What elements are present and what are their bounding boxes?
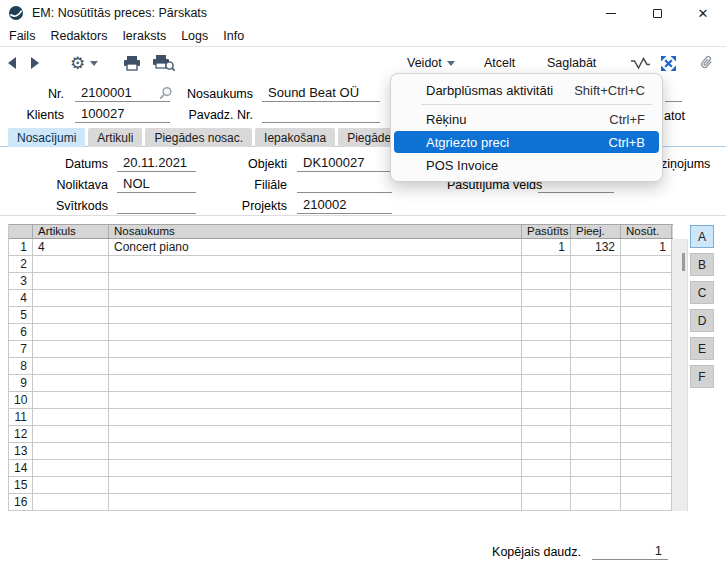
cell-pieej[interactable] — [571, 494, 621, 511]
cell-nosut[interactable] — [621, 426, 672, 443]
flip-button-a[interactable]: A — [690, 225, 714, 248]
cell-nosut[interactable] — [621, 358, 672, 375]
flip-button-f[interactable]: F — [690, 365, 714, 388]
cell-n[interactable]: 16 — [9, 494, 33, 511]
cell-n[interactable]: 15 — [9, 477, 33, 494]
expand-link-button[interactable] — [661, 48, 676, 78]
cell-artikuls[interactable] — [33, 324, 109, 341]
cell-pieej[interactable] — [571, 426, 621, 443]
cell-nosaukums[interactable] — [109, 409, 522, 426]
cell-pieej[interactable] — [571, 307, 621, 324]
cell-n[interactable]: 13 — [9, 443, 33, 460]
cell-pasutits[interactable] — [522, 324, 571, 341]
print-preview-button[interactable] — [152, 48, 176, 78]
cell-pasutits[interactable] — [522, 494, 571, 511]
cell-nosut[interactable] — [621, 460, 672, 477]
table-row[interactable]: 7 — [9, 341, 673, 358]
cell-nosut[interactable] — [621, 409, 672, 426]
cell-nosut[interactable] — [621, 256, 672, 273]
menu-item-r-inu[interactable]: RēķinuCtrl+F — [394, 108, 659, 130]
table-row[interactable]: 9 — [9, 375, 673, 392]
cell-nosut[interactable] — [621, 290, 672, 307]
cell-pasutits[interactable] — [522, 358, 571, 375]
objekti-field[interactable]: DK100027 — [297, 155, 392, 172]
cell-pieej[interactable] — [571, 256, 621, 273]
tab-artikuli[interactable]: Artikuli — [88, 128, 142, 147]
cell-pasutits[interactable] — [522, 307, 571, 324]
cell-artikuls[interactable] — [33, 409, 109, 426]
cell-pasutits[interactable] — [522, 392, 571, 409]
klients-field[interactable]: 100027 — [75, 106, 170, 123]
filiale-field[interactable] — [297, 176, 392, 193]
maximize-button[interactable] — [634, 0, 680, 26]
table-row[interactable]: 12 — [9, 426, 673, 443]
table-row[interactable]: 14Concert piano11321 — [9, 239, 673, 256]
cell-pasutits[interactable] — [522, 290, 571, 307]
cell-n[interactable]: 8 — [9, 358, 33, 375]
cell-nosut[interactable] — [621, 273, 672, 290]
cell-n[interactable]: 2 — [9, 256, 33, 273]
menu-item-darbpl-smas-aktivit-ti[interactable]: Darbplūsmas aktivitātiShift+Ctrl+C — [394, 79, 659, 101]
menu-item-pos-invoice[interactable]: POS Invoice — [394, 154, 659, 176]
cell-nosaukums[interactable] — [109, 392, 522, 409]
cell-artikuls[interactable] — [33, 256, 109, 273]
table-scrollbar[interactable] — [672, 239, 688, 511]
nr-field[interactable]: 2100001 — [75, 85, 170, 102]
cell-nosut[interactable] — [621, 375, 672, 392]
cell-pieej[interactable] — [571, 409, 621, 426]
cell-artikuls[interactable] — [33, 290, 109, 307]
cell-nosut[interactable] — [621, 307, 672, 324]
cell-artikuls[interactable] — [33, 307, 109, 324]
menu-item-atgriezto-preci[interactable]: Atgriezto preciCtrl+B — [394, 131, 659, 153]
cell-nosaukums[interactable] — [109, 477, 522, 494]
cell-nosut[interactable] — [621, 392, 672, 409]
svitrkods-field[interactable] — [117, 197, 196, 214]
cell-n[interactable]: 3 — [9, 273, 33, 290]
cell-nosaukums[interactable] — [109, 494, 522, 511]
cell-pasutits[interactable]: 1 — [522, 239, 571, 256]
cell-nosut[interactable]: 1 — [621, 239, 672, 256]
print-button[interactable] — [122, 48, 142, 78]
cell-artikuls[interactable] — [33, 341, 109, 358]
cell-pieej[interactable]: 132 — [571, 239, 621, 256]
nosaukums-field[interactable]: Sound Beat OÜ — [262, 85, 380, 102]
table-row[interactable]: 3 — [9, 273, 673, 290]
table-row[interactable]: 4 — [9, 290, 673, 307]
cell-pieej[interactable] — [571, 273, 621, 290]
menubar-item-ieraksts[interactable]: Ieraksts — [122, 29, 166, 43]
cell-nosaukums[interactable] — [109, 324, 522, 341]
cell-n[interactable]: 4 — [9, 290, 33, 307]
menubar-item-logs[interactable]: Logs — [181, 29, 208, 43]
tab-pieg-des-nosac[interactable]: Piegādes nosac. — [145, 128, 252, 147]
attachments-button[interactable] — [697, 48, 715, 78]
cell-n[interactable]: 14 — [9, 460, 33, 477]
cell-n[interactable]: 6 — [9, 324, 33, 341]
cell-nosaukums[interactable] — [109, 426, 522, 443]
cell-pieej[interactable] — [571, 290, 621, 307]
cell-pieej[interactable] — [571, 324, 621, 341]
table-row[interactable]: 5 — [9, 307, 673, 324]
cell-n[interactable]: 9 — [9, 375, 33, 392]
cell-n[interactable]: 5 — [9, 307, 33, 324]
table-row[interactable]: 13 — [9, 443, 673, 460]
cell-nosaukums[interactable] — [109, 443, 522, 460]
cell-nosut[interactable] — [621, 324, 672, 341]
cell-nosut[interactable] — [621, 341, 672, 358]
flip-button-d[interactable]: D — [690, 309, 714, 332]
tab-nosac-jumi[interactable]: Nosacījumi — [8, 128, 85, 147]
menubar-item-fails[interactable]: Fails — [9, 29, 35, 43]
cell-nosaukums[interactable] — [109, 273, 522, 290]
cell-nosaukums[interactable] — [109, 341, 522, 358]
cell-pasutits[interactable] — [522, 426, 571, 443]
cell-artikuls[interactable] — [33, 375, 109, 392]
noliktava-field[interactable]: NOL — [117, 176, 196, 193]
cell-nosaukums[interactable]: Concert piano — [109, 239, 522, 256]
cell-artikuls[interactable]: 4 — [33, 239, 109, 256]
cell-nosaukums[interactable] — [109, 290, 522, 307]
cell-nosaukums[interactable] — [109, 256, 522, 273]
cell-artikuls[interactable] — [33, 358, 109, 375]
cell-pasutits[interactable] — [522, 273, 571, 290]
cell-pieej[interactable] — [571, 358, 621, 375]
cell-pieej[interactable] — [571, 341, 621, 358]
cell-n[interactable]: 11 — [9, 409, 33, 426]
